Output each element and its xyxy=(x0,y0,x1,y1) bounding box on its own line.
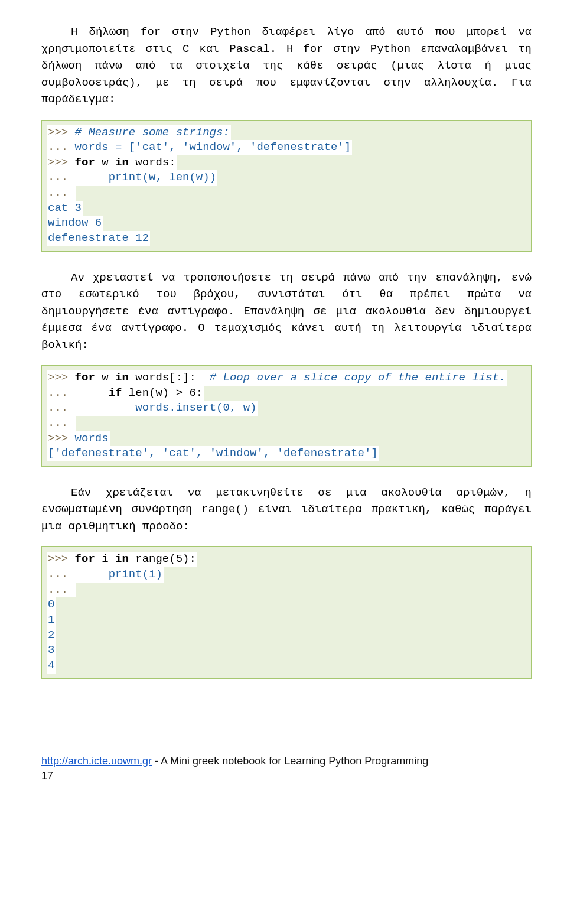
code-output: 2 xyxy=(48,629,54,642)
code-text: w xyxy=(95,371,115,384)
code-cont: ... xyxy=(48,171,109,184)
code-text: w xyxy=(95,156,115,169)
footer-text: - A Mini greek notebook for Learning Pyt… xyxy=(152,755,428,767)
code-keyword: in xyxy=(115,156,129,169)
code-comment: # Loop over a slice copy of the entire l… xyxy=(210,371,506,384)
code-text: words = ['cat', 'window', 'defenestrate'… xyxy=(75,141,351,154)
code-cont: ... xyxy=(48,386,109,399)
code-prompt: >>> xyxy=(48,156,75,169)
code-keyword: for xyxy=(75,552,95,565)
code-output: 3 xyxy=(48,643,54,656)
paragraph-2: Αν χρειαστεί να τροποποιήσετε τη σειρά π… xyxy=(41,269,532,354)
code-output: cat 3 xyxy=(48,201,82,214)
code-block-1: >>> # Measure some strings:... words = [… xyxy=(41,120,532,252)
code-prompt: >>> xyxy=(48,552,75,565)
code-prompt: >>> xyxy=(48,432,75,445)
code-keyword: in xyxy=(115,552,129,565)
code-output: 1 xyxy=(48,613,54,626)
code-block-2: >>> for w in words[:]: # Loop over a sli… xyxy=(41,365,532,467)
code-text: len(w) > 6: xyxy=(122,386,203,399)
code-cont: ... xyxy=(48,141,75,154)
code-text: words[:]: xyxy=(129,371,210,384)
code-text: print(i) xyxy=(109,568,162,581)
code-text: words xyxy=(75,432,109,445)
code-output: 0 xyxy=(48,598,54,611)
code-output: 4 xyxy=(48,659,54,672)
code-output: ['defenestrate', 'cat', 'window', 'defen… xyxy=(48,447,378,460)
code-keyword: if xyxy=(109,386,122,399)
footer-link[interactable]: http://arch.icte.uowm.gr xyxy=(41,755,152,767)
code-cont: ... xyxy=(48,186,75,199)
code-cont: ... xyxy=(48,401,135,414)
code-text: range(5): xyxy=(129,552,196,565)
code-text: print(w, len(w)) xyxy=(109,171,216,184)
code-output: defenestrate 12 xyxy=(48,232,149,245)
code-block-3: >>> for i in range(5):... print(i)... 01… xyxy=(41,546,532,678)
page-number: 17 xyxy=(41,770,532,782)
code-prompt: >>> xyxy=(48,126,75,139)
code-cont: ... xyxy=(48,417,75,430)
code-output: window 6 xyxy=(48,216,102,229)
document-page: Η δήλωση for στην Python διαφέρει λίγο α… xyxy=(0,0,567,800)
paragraph-1: Η δήλωση for στην Python διαφέρει λίγο α… xyxy=(41,24,532,108)
code-cont: ... xyxy=(48,568,109,581)
code-text: words.insert(0, w) xyxy=(135,401,256,414)
code-cont: ... xyxy=(48,583,75,596)
code-text: i xyxy=(95,552,115,565)
code-keyword: for xyxy=(75,371,95,384)
code-keyword: in xyxy=(115,371,129,384)
code-comment: # Measure some strings: xyxy=(75,126,230,139)
code-text: words: xyxy=(129,156,176,169)
code-prompt: >>> xyxy=(48,371,75,384)
paragraph-3: Εάν χρειάζεται να μετακινηθείτε σε μια α… xyxy=(41,484,532,535)
code-keyword: for xyxy=(75,156,95,169)
page-footer: http://arch.icte.uowm.gr - A Mini greek … xyxy=(41,750,532,782)
